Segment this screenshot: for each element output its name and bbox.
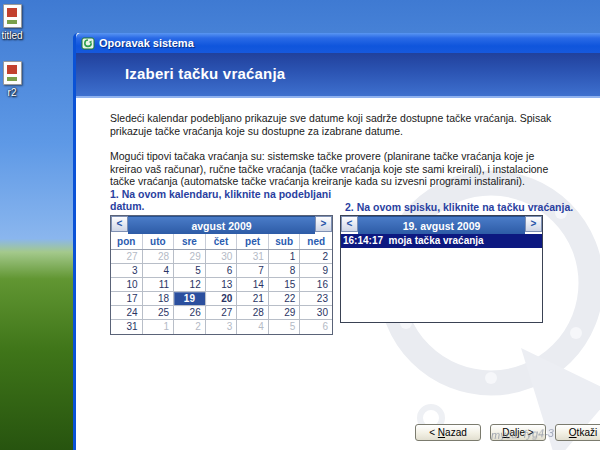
restore-calendar: < avgust 2009 > ponutosrečetpetsubned 27… (110, 215, 333, 335)
calendar-day[interactable]: 10 (111, 278, 143, 292)
calendar-day[interactable]: 20 (206, 292, 238, 306)
list-prev-button[interactable]: < (341, 216, 358, 232)
calendar-prev-button[interactable]: < (111, 216, 128, 232)
calendar-day[interactable]: 1 (269, 250, 301, 264)
calendar-month-label: avgust 2009 (128, 216, 315, 234)
calendar-day[interactable]: 26 (174, 306, 206, 320)
instruction-calendar: 1. Na ovom kalendaru, kliknite na podebl… (110, 188, 355, 212)
calendar-day[interactable]: 27 (111, 250, 143, 264)
calendar-day[interactable]: 15 (269, 278, 301, 292)
day-header: sub (269, 234, 301, 249)
instruction-list: 2. Na ovom spisku, kliknite na tačku vra… (345, 201, 600, 213)
next-button[interactable]: Dalje > (490, 424, 546, 441)
list-date-label: 19. avgust 2009 (358, 216, 525, 234)
desktop-icon-label: r2 (0, 87, 37, 98)
day-header: sre (174, 234, 206, 249)
calendar-day[interactable]: 9 (300, 264, 332, 278)
calendar-day[interactable]: 16 (300, 278, 332, 292)
day-header: pet (237, 234, 269, 249)
day-header: uto (143, 234, 175, 249)
calendar-day[interactable]: 14 (237, 278, 269, 292)
desktop-icons: titledr2 (0, 0, 73, 450)
calendar-day[interactable]: 12 (174, 278, 206, 292)
calendar-day[interactable]: 6 (206, 264, 238, 278)
titlebar[interactable]: Oporavak sistema (76, 33, 600, 53)
page-title: Izaberi tačku vraćanja (125, 65, 285, 82)
calendar-day[interactable]: 21 (237, 292, 269, 306)
description-paragraph-1: Sledeći kalendar podebljano prikazuje sv… (110, 112, 562, 137)
calendar-day[interactable]: 6 (300, 320, 332, 334)
calendar-day[interactable]: 2 (300, 250, 332, 264)
calendar-day[interactable]: 3 (206, 320, 238, 334)
window-title: Oporavak sistema (99, 37, 194, 49)
restore-point-list: 16:14:17 moja tačka vraćanja (341, 234, 542, 248)
day-header: čet (206, 234, 238, 249)
calendar-day[interactable]: 22 (269, 292, 301, 306)
desktop-icon-label: titled (0, 30, 37, 41)
calendar-day[interactable]: 8 (269, 264, 301, 278)
calendar-day[interactable]: 11 (143, 278, 175, 292)
calendar-day[interactable]: 29 (174, 250, 206, 264)
calendar-day[interactable]: 17 (111, 292, 143, 306)
system-restore-icon (81, 36, 95, 50)
document-icon (3, 61, 22, 85)
calendar-day[interactable]: 5 (269, 320, 301, 334)
calendar-day[interactable]: 23 (300, 292, 332, 306)
calendar-day[interactable]: 30 (300, 306, 332, 320)
document-icon (3, 4, 22, 28)
calendar-day[interactable]: 27 (206, 306, 238, 320)
day-header: ned (300, 234, 332, 249)
calendar-grid: 2728293031123456789101112131415161718192… (111, 250, 332, 334)
calendar-day[interactable]: 28 (237, 306, 269, 320)
wizard-content: Sledeći kalendar podebljano prikazuje sv… (76, 98, 600, 450)
calendar-day[interactable]: 4 (143, 264, 175, 278)
calendar-header-bar: < avgust 2009 > (111, 216, 332, 234)
restore-list-panel: < 19. avgust 2009 > 16:14:17 moja tačka … (340, 215, 543, 323)
system-restore-window: Oporavak sistema Izaberi tačku vraćanja … (73, 33, 600, 450)
calendar-day[interactable]: 13 (206, 278, 238, 292)
description-paragraph-2: Mogući tipovi tačaka vraćanja su: sistem… (110, 150, 562, 188)
back-button[interactable]: < Nazad (415, 424, 481, 441)
list-header-bar: < 19. avgust 2009 > (341, 216, 542, 234)
desktop-icon[interactable]: titled (0, 4, 37, 41)
calendar-day[interactable]: 31 (111, 320, 143, 334)
calendar-day[interactable]: 31 (237, 250, 269, 264)
calendar-day[interactable]: 24 (111, 306, 143, 320)
list-next-button[interactable]: > (525, 216, 542, 232)
calendar-day[interactable]: 7 (237, 264, 269, 278)
calendar-day[interactable]: 28 (143, 250, 175, 264)
calendar-day[interactable]: 5 (174, 264, 206, 278)
desktop-icon[interactable]: r2 (0, 61, 37, 98)
calendar-day[interactable]: 2 (174, 320, 206, 334)
calendar-next-button[interactable]: > (315, 216, 332, 232)
calendar-day[interactable]: 1 (143, 320, 175, 334)
calendar-day[interactable]: 25 (143, 306, 175, 320)
calendar-day-headers: ponutosrečetpetsubned (111, 234, 332, 250)
header-band: Izaberi tačku vraćanja (76, 53, 600, 98)
calendar-day[interactable]: 18 (143, 292, 175, 306)
calendar-day[interactable]: 3 (111, 264, 143, 278)
day-header: pon (111, 234, 143, 249)
calendar-day[interactable]: 4 (237, 320, 269, 334)
calendar-day[interactable]: 29 (269, 306, 301, 320)
cancel-button[interactable]: Otkaži (555, 424, 600, 441)
calendar-day[interactable]: 30 (206, 250, 238, 264)
calendar-day-selected[interactable]: 19 (174, 292, 206, 306)
restore-point-item[interactable]: 16:14:17 moja tačka vraćanja (341, 234, 542, 248)
